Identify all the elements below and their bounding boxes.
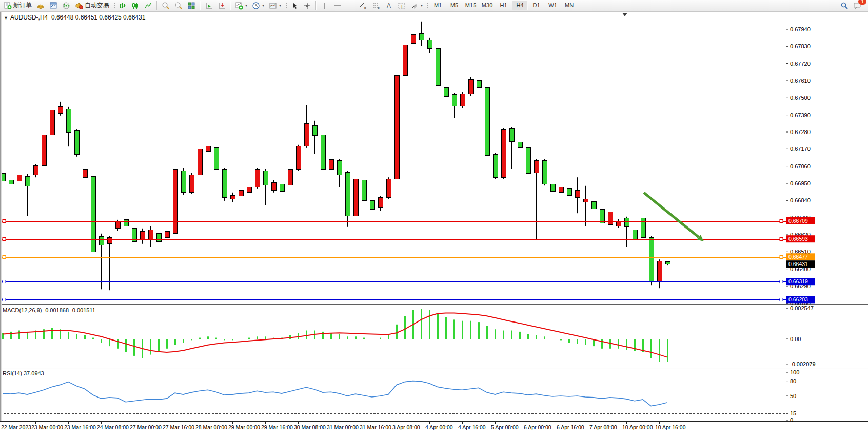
svg-text:24 Mar 08:00: 24 Mar 08:00 <box>97 424 129 430</box>
svg-text:F: F <box>378 7 380 10</box>
svg-text:0.66431: 0.66431 <box>788 261 808 267</box>
horizontal-line-icon <box>333 2 342 10</box>
template-icon <box>269 2 277 10</box>
auto-scroll-icon <box>205 2 213 10</box>
svg-text:3 Apr 08:00: 3 Apr 08:00 <box>392 424 420 430</box>
new-order-button[interactable]: 新订单 <box>2 0 34 11</box>
data-window-button[interactable] <box>47 0 60 11</box>
svg-text:0.66319: 0.66319 <box>788 278 808 285</box>
timeframe-button-m5[interactable]: M5 <box>446 1 462 10</box>
cursor-button[interactable] <box>288 0 301 11</box>
timeframe-button-m30[interactable]: M30 <box>479 1 495 10</box>
svg-text:10 Apr 16:00: 10 Apr 16:00 <box>655 424 686 430</box>
autotrading-button[interactable]: 自动交易 <box>73 0 111 11</box>
crosshair-button[interactable] <box>301 0 313 11</box>
data-window-icon <box>49 2 57 10</box>
autotrading-label: 自动交易 <box>85 1 109 10</box>
svg-text:0: 0 <box>790 417 793 423</box>
svg-text:0.66203: 0.66203 <box>788 296 808 302</box>
svg-text:7 Apr 08:00: 7 Apr 08:00 <box>589 424 617 430</box>
svg-text:0.67500: 0.67500 <box>790 94 811 101</box>
cursor-arrow-icon <box>290 2 299 10</box>
arrows-button[interactable]: ▾ <box>408 0 425 11</box>
add-indicator-icon <box>235 2 243 10</box>
dropdown-caret-icon: ▾ <box>245 3 247 8</box>
svg-text:27 Mar 16:00: 27 Mar 16:00 <box>163 424 194 430</box>
arrow-objects-icon <box>410 2 419 10</box>
timeframe-button-m15[interactable]: M15 <box>463 1 479 10</box>
tile-windows-icon <box>187 2 195 10</box>
tile-windows-button[interactable] <box>185 0 198 11</box>
svg-text:6 Apr 16:00: 6 Apr 16:00 <box>557 424 584 430</box>
svg-text:28 Mar 08:00: 28 Mar 08:00 <box>195 424 227 430</box>
text-button[interactable]: A <box>383 0 395 11</box>
timeframe-button-h4[interactable]: H4 <box>512 1 528 10</box>
chart-canvas[interactable]: 0.679400.678300.677200.676100.675000.673… <box>0 11 868 435</box>
signal-icon <box>62 2 70 10</box>
candle-chart-icon <box>131 2 140 10</box>
templates-button[interactable]: ▾ <box>267 0 283 11</box>
toolbar-separator <box>315 1 317 10</box>
svg-text:0.00: 0.00 <box>790 336 801 342</box>
price-tag-0.66203: 0.66203 <box>786 296 815 303</box>
svg-text:15: 15 <box>790 410 796 417</box>
fibonacci-button[interactable]: F <box>370 0 382 11</box>
line-chart-button[interactable] <box>142 0 154 11</box>
bar-chart-icon <box>119 2 127 10</box>
svg-text:22 Mar 2023: 22 Mar 2023 <box>1 424 31 430</box>
chart-shift-button[interactable] <box>215 0 228 11</box>
signals-button[interactable] <box>60 0 72 11</box>
vertical-line-button[interactable] <box>319 0 331 11</box>
auto-scroll-button[interactable] <box>203 0 215 11</box>
svg-text:23 Mar 16:00: 23 Mar 16:00 <box>64 424 96 430</box>
horizontal-line-button[interactable] <box>331 0 344 11</box>
vertical-line-icon <box>321 2 329 10</box>
trendline-icon <box>346 2 354 10</box>
svg-text:30 Mar 08:00: 30 Mar 08:00 <box>294 424 326 430</box>
svg-text:0.66950: 0.66950 <box>790 180 811 186</box>
svg-text:0.67720: 0.67720 <box>790 61 811 67</box>
svg-text:31 Mar 00:00: 31 Mar 00:00 <box>327 424 359 430</box>
bar-chart-button[interactable] <box>116 0 129 11</box>
svg-text:0.67060: 0.67060 <box>790 163 811 169</box>
timeframe-button-d1[interactable]: D1 <box>528 1 544 10</box>
svg-text:0.67940: 0.67940 <box>790 26 811 32</box>
zoom-in-icon <box>162 2 170 10</box>
notifications-button[interactable]: 1 <box>851 0 863 11</box>
toolbar-drag-handle <box>285 2 287 9</box>
price-tag-0.66477: 0.66477 <box>786 253 815 260</box>
svg-text:4 Apr 16:00: 4 Apr 16:00 <box>458 424 486 430</box>
svg-text:100: 100 <box>790 369 799 375</box>
indicators-button[interactable]: ▾ <box>233 0 249 11</box>
dropdown-caret-icon: ▾ <box>279 3 281 8</box>
toolbar-drag-handle <box>113 2 115 9</box>
svg-text:10 Apr 00:00: 10 Apr 00:00 <box>622 424 653 430</box>
svg-text:5 Apr 08:00: 5 Apr 08:00 <box>491 424 519 430</box>
new-order-icon <box>4 2 12 10</box>
text-label-button[interactable]: T <box>396 0 408 11</box>
svg-text:29 Mar 16:00: 29 Mar 16:00 <box>261 424 293 430</box>
channel-button[interactable]: E <box>357 0 369 11</box>
svg-text:23 Mar 00:00: 23 Mar 00:00 <box>31 424 63 430</box>
timeframe-button-m1[interactable]: M1 <box>430 1 446 10</box>
fibonacci-icon: F <box>372 2 380 10</box>
zoom-in-button[interactable] <box>160 0 172 11</box>
periods-button[interactable]: ▾ <box>250 0 266 11</box>
chart-window[interactable]: 0.679400.678300.677200.676100.675000.673… <box>0 11 868 435</box>
toolbar-separator <box>156 1 157 10</box>
market-watch-button[interactable] <box>34 0 47 11</box>
timeframe-button-mn[interactable]: MN <box>561 1 577 10</box>
price-tag-0.66593: 0.66593 <box>786 235 815 242</box>
timeframe-button-h1[interactable]: H1 <box>496 1 511 10</box>
timeframe-button-w1[interactable]: W1 <box>545 1 561 10</box>
trendline-button[interactable] <box>344 0 357 11</box>
svg-text:50: 50 <box>790 393 796 399</box>
gold-market-icon <box>36 2 45 10</box>
search-button[interactable] <box>838 0 851 11</box>
dropdown-caret-icon: ▾ <box>262 3 264 8</box>
search-icon <box>840 2 849 10</box>
candle-chart-button[interactable] <box>129 0 142 11</box>
price-tag-0.66319: 0.66319 <box>786 278 815 285</box>
svg-text:0.66477: 0.66477 <box>788 254 808 260</box>
zoom-out-button[interactable] <box>172 0 185 11</box>
